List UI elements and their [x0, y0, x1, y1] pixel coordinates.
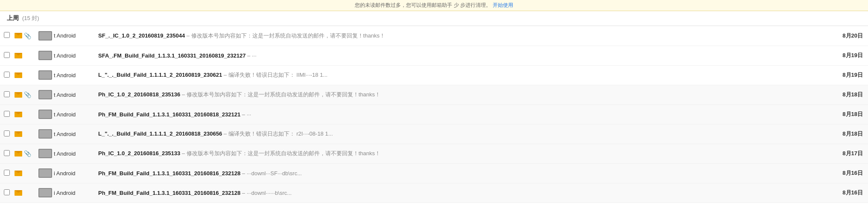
row-checkbox[interactable]	[4, 170, 10, 176]
table-row[interactable]: i AndroidPh_FM_Build_Faild_1.1.3.1_16033…	[0, 163, 868, 183]
sender-cell: t Android	[35, 104, 95, 124]
table-row[interactable]: i AndroidPh_FM_Build_Faild_1.1.3.1_16033…	[0, 183, 868, 203]
email-icon	[15, 151, 22, 156]
subject-preview: – ···	[240, 111, 251, 118]
subject-prefix: Ph_FM_Build_Faild_1.1.3.1_160331_2016081…	[98, 190, 240, 196]
attachment-icon: 📎	[24, 91, 31, 98]
sender-cell: t Android	[35, 124, 95, 144]
email-icon	[15, 190, 22, 196]
row-checkbox[interactable]	[4, 52, 10, 58]
row-icons-cell	[14, 104, 35, 124]
date-cell: 8月18日	[837, 104, 868, 124]
row-icons-cell	[14, 124, 35, 144]
sender-cell: t Android	[35, 65, 95, 85]
email-list: 📎t AndroidSF_._IC_1.0_2_20160819_235044 …	[0, 26, 868, 203]
subject-cell[interactable]: Ph_FM_Build_Faild_1.1.3.1_160331_2016081…	[95, 183, 837, 203]
subject-cell[interactable]: Ph_FM_Build_Faild_1.1.3.1_160331_2016081…	[95, 104, 837, 124]
sender-name: t Android	[54, 32, 76, 39]
table-row[interactable]: 📎t AndroidPh_IC_1.0_2_20160816_235133 – …	[0, 144, 868, 163]
subject-cell[interactable]: Ph_IC_1.0_2_20160816_235133 – 修改版本号加内容如下…	[95, 144, 837, 163]
row-checkbox-cell	[0, 144, 14, 163]
top-banner: 您的未读邮件数过多，您可以使用邮箱助手 少 步进行清理。 开始使用	[0, 0, 868, 11]
subject-prefix: Ph_IC_1.0_2_20160816_235133	[98, 150, 180, 156]
sender-name: i Android	[54, 170, 76, 177]
email-icon	[15, 53, 22, 58]
date-cell: 8月16日	[837, 163, 868, 183]
subject-preview: – ···downl······b\src...	[240, 190, 292, 196]
subject-cell[interactable]: Ph_IC_1.0_2_20160818_235136 – 修改版本号加内容如下…	[95, 85, 837, 104]
subject-cell[interactable]: L_"._._Build_Faild_1.1.1.1_2_20160818_23…	[95, 124, 837, 144]
row-icons-cell: 📎	[14, 85, 35, 104]
date-cell: 8月18日	[837, 85, 868, 104]
row-checkbox[interactable]	[4, 91, 10, 97]
table-row[interactable]: t AndroidPh_FM_Build_Faild_1.1.3.1_16033…	[0, 104, 868, 124]
row-checkbox[interactable]	[4, 32, 10, 38]
subject-preview: – ···	[245, 52, 256, 59]
sender-name: t Android	[54, 111, 76, 118]
date-cell: 8月19日	[837, 65, 868, 85]
date-cell: 8月20日	[837, 26, 868, 46]
attachment-icon: 📎	[24, 32, 31, 39]
sender-cell: i Android	[35, 183, 95, 203]
email-icon	[15, 171, 22, 176]
sender-cell: t Android	[35, 26, 95, 46]
row-icons-cell	[14, 163, 35, 183]
sender-name: t Android	[54, 52, 76, 59]
subject-prefix: L_"._._Build_Faild_1.1.1.1_2_20160818_23…	[98, 130, 222, 137]
row-checkbox[interactable]	[4, 111, 10, 117]
week-header: 上周 (15 封)	[0, 11, 868, 26]
subject-cell[interactable]: SF_._IC_1.0_2_20160819_235044 – 修改版本号加内容…	[95, 26, 837, 46]
row-checkbox[interactable]	[4, 150, 10, 156]
avatar	[38, 90, 52, 99]
sender-cell: t Android	[35, 144, 95, 163]
sender-name: t Android	[54, 131, 76, 137]
row-checkbox-cell	[0, 163, 14, 183]
date-cell: 8月17日	[837, 144, 868, 163]
email-icon	[15, 112, 22, 117]
sender-cell: i Android	[35, 163, 95, 183]
row-icons-cell: 📎	[14, 26, 35, 46]
subject-prefix: SFA_.FM_Build_Faild_1.1.3.1_160331_20160…	[98, 52, 245, 59]
attachment-icon: 📎	[24, 150, 31, 157]
subject-preview: – 编译失败！错误日志如下： IIMI···-18 1...	[222, 72, 327, 78]
row-checkbox-cell	[0, 104, 14, 124]
row-checkbox[interactable]	[4, 189, 10, 195]
subject-prefix: Ph_FM_Build_Faild_1.1.3.1_160331_2016081…	[98, 170, 240, 177]
table-row[interactable]: t AndroidL_"._._Build_Faild_1.1.1.1_2_20…	[0, 124, 868, 144]
table-row[interactable]: 📎t AndroidSF_._IC_1.0_2_20160819_235044 …	[0, 26, 868, 46]
subject-preview: – 修改版本号加内容如下：这是一封系统自动发送的邮件，请不要回复！thanks！	[185, 32, 385, 39]
row-checkbox-cell	[0, 183, 14, 203]
sender-cell: t Android	[35, 46, 95, 65]
date-cell: 8月16日	[837, 183, 868, 203]
row-checkbox[interactable]	[4, 72, 10, 78]
date-cell: 8月18日	[837, 124, 868, 144]
avatar	[38, 110, 52, 119]
row-checkbox[interactable]	[4, 130, 10, 136]
date-cell: 8月19日	[837, 46, 868, 65]
subject-preview: – 修改版本号加内容如下：这是一封系统自动发送的邮件，请不要回复！thanks！	[180, 91, 380, 98]
row-icons-cell: 📎	[14, 144, 35, 163]
avatar	[38, 188, 52, 197]
avatar	[38, 70, 52, 80]
subject-preview: – 修改版本号加内容如下：这是一封系统自动发送的邮件，请不要回复！thanks！	[180, 150, 380, 156]
row-icons-cell	[14, 65, 35, 85]
row-icons-cell	[14, 46, 35, 65]
table-row[interactable]: t AndroidSFA_.FM_Build_Faild_1.1.3.1_160…	[0, 46, 868, 65]
avatar	[38, 31, 52, 41]
banner-link[interactable]: 开始使用	[493, 2, 513, 8]
subject-cell[interactable]: Ph_FM_Build_Faild_1.1.3.1_160331_2016081…	[95, 163, 837, 183]
sender-name: t Android	[54, 72, 76, 78]
sender-cell: t Android	[35, 85, 95, 104]
subject-prefix: L_"._._Build_Faild_1.1.1.1_2_20160819_23…	[98, 72, 222, 78]
avatar	[38, 149, 52, 158]
subject-cell[interactable]: SFA_.FM_Build_Faild_1.1.3.1_160331_20160…	[95, 46, 837, 65]
table-row[interactable]: t AndroidL_"._._Build_Faild_1.1.1.1_2_20…	[0, 65, 868, 85]
avatar	[38, 51, 52, 60]
row-checkbox-cell	[0, 124, 14, 144]
table-row[interactable]: 📎t AndroidPh_IC_1.0_2_20160818_235136 – …	[0, 85, 868, 104]
subject-cell[interactable]: L_"._._Build_Faild_1.1.1.1_2_20160819_23…	[95, 65, 837, 85]
week-label: 上周	[7, 14, 19, 21]
sender-name: i Android	[54, 190, 76, 196]
row-checkbox-cell	[0, 65, 14, 85]
row-checkbox-cell	[0, 26, 14, 46]
